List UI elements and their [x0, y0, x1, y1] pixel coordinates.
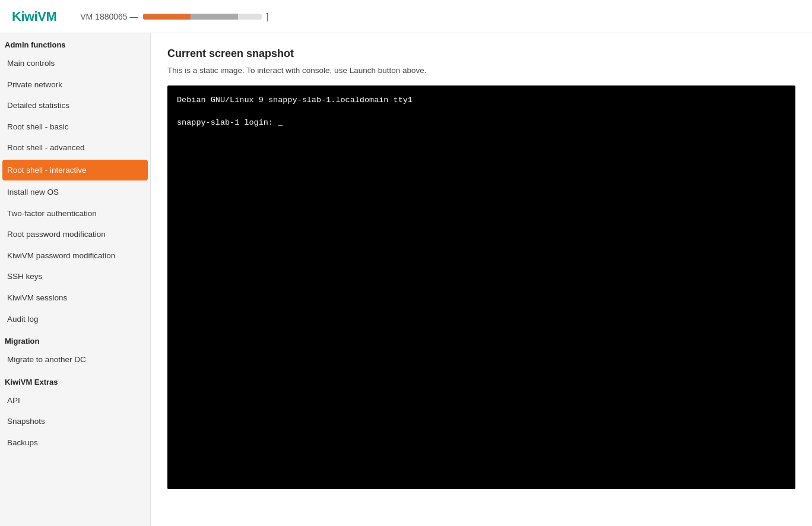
sidebar-item-main-controls[interactable]: Main controls: [0, 53, 150, 74]
vm-progress-orange: [143, 14, 191, 20]
body: Admin functionsMain controlsPrivate netw…: [0, 33, 812, 526]
sidebar-item-kiwivm-password-modification[interactable]: KiwiVM password modification: [0, 245, 150, 267]
sidebar-item-root-password-modification[interactable]: Root password modification: [0, 224, 150, 245]
sidebar-item-private-network[interactable]: Private network: [0, 74, 150, 96]
vm-label: VM 1880065 —: [80, 12, 138, 21]
page-subtitle: This is a static image. To interact with…: [167, 66, 795, 75]
page-title: Current screen snapshot: [167, 47, 795, 60]
main-content: Current screen snapshot This is a static…: [151, 33, 812, 526]
sidebar-item-snapshots[interactable]: Snapshots: [0, 411, 150, 432]
sidebar-item-root-shell-basic[interactable]: Root shell - basic: [0, 116, 150, 138]
vm-progress-gray: [191, 14, 238, 20]
sidebar-section-migration: Migration: [0, 329, 150, 349]
sidebar-section-kiwivm-extras: KiwiVM Extras: [0, 370, 150, 390]
sidebar-item-two-factor-auth[interactable]: Two-factor authentication: [0, 203, 150, 224]
sidebar: Admin functionsMain controlsPrivate netw…: [0, 33, 151, 526]
sidebar-item-api[interactable]: API: [0, 390, 150, 411]
header: KiwiVM VM 1880065 — ]: [0, 0, 812, 33]
vm-bracket: ]: [267, 12, 269, 21]
sidebar-item-root-shell-interactive[interactable]: Root shell - interactive: [2, 160, 148, 181]
sidebar-item-ssh-keys[interactable]: SSH keys: [0, 266, 150, 287]
vm-progress-bar: [143, 14, 262, 20]
sidebar-item-root-shell-advanced[interactable]: Root shell - advanced: [0, 137, 150, 159]
sidebar-item-audit-log[interactable]: Audit log: [0, 309, 150, 330]
console-screen: Debian GNU/Linux 9 snappy-slab-1.localdo…: [167, 85, 795, 489]
sidebar-item-kiwivm-sessions[interactable]: KiwiVM sessions: [0, 287, 150, 309]
sidebar-item-install-new-os[interactable]: Install new OS: [0, 182, 150, 203]
sidebar-item-migrate-to-another-dc[interactable]: Migrate to another DC: [0, 349, 150, 370]
sidebar-item-backups[interactable]: Backups: [0, 432, 150, 454]
vm-info: VM 1880065 — ]: [80, 12, 268, 21]
sidebar-item-detailed-statistics[interactable]: Detailed statistics: [0, 95, 150, 116]
sidebar-section-admin-functions: Admin functions: [0, 33, 150, 53]
logo[interactable]: KiwiVM: [12, 9, 56, 24]
